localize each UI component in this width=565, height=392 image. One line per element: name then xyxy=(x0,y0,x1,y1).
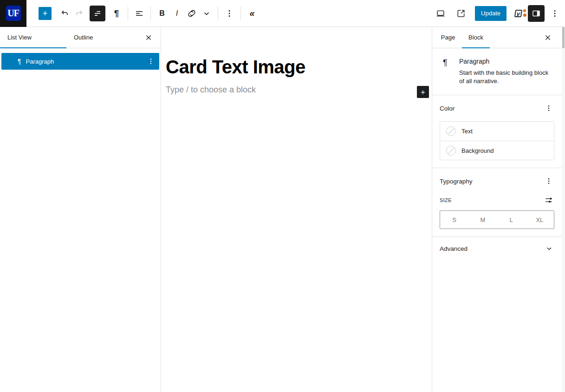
update-button[interactable]: Update xyxy=(475,6,507,21)
empty-block-placeholder[interactable]: Type / to choose a block xyxy=(166,85,432,95)
typography-panel-title: Typography xyxy=(440,178,473,185)
update-button-label: Update xyxy=(481,10,500,17)
link-icon xyxy=(186,8,197,19)
collapse-toolbar-button[interactable]: « xyxy=(245,6,260,21)
block-card-text: Paragraph Start with the basic building … xyxy=(459,58,554,85)
empty-color-swatch-icon xyxy=(446,126,456,136)
typography-panel-header: Typography xyxy=(440,176,554,187)
kebab-menu-icon xyxy=(224,8,235,19)
undo-icon xyxy=(59,8,70,19)
block-editor-app: UF + ¶ xyxy=(0,0,565,392)
text-align-button[interactable] xyxy=(132,6,147,21)
font-size-option-xl[interactable]: XL xyxy=(526,211,554,229)
close-icon xyxy=(543,33,553,43)
font-size-option-s[interactable]: S xyxy=(440,211,468,229)
kebab-menu-icon xyxy=(544,176,554,186)
list-view-icon xyxy=(92,8,103,19)
kebab-menu-icon xyxy=(549,8,560,19)
block-inserter-button[interactable]: + xyxy=(39,7,52,20)
advanced-panel-toggle[interactable]: Advanced xyxy=(432,237,562,260)
tab-block[interactable]: Block xyxy=(462,27,490,48)
block-card: ¶ Paragraph Start with the basic buildin… xyxy=(432,48,562,95)
tab-page[interactable]: Page xyxy=(434,27,462,48)
font-size-option-label: S xyxy=(452,216,456,223)
link-button[interactable] xyxy=(184,6,199,21)
more-formatting-button[interactable] xyxy=(199,6,214,21)
site-logo-block[interactable]: UF xyxy=(0,0,26,27)
scrollbar-thumb[interactable] xyxy=(562,27,565,48)
block-options-button[interactable] xyxy=(222,6,237,21)
font-size-option-l[interactable]: L xyxy=(497,211,526,229)
block-card-title: Paragraph xyxy=(459,58,554,65)
tab-outline[interactable]: Outline xyxy=(66,27,133,48)
yoast-dot-icon xyxy=(523,13,526,17)
double-chevron-left-icon: « xyxy=(249,8,254,19)
settings-panel-toggle-button[interactable] xyxy=(528,5,545,22)
bold-button[interactable]: B xyxy=(155,6,169,21)
external-link-icon xyxy=(455,8,467,19)
color-options-button[interactable] xyxy=(543,103,554,114)
yoast-icon: y xyxy=(514,10,522,17)
toolbar-separator xyxy=(218,7,218,20)
toolbar-separator xyxy=(128,7,128,20)
background-color-row[interactable]: Background xyxy=(440,141,554,160)
editor-options-button[interactable] xyxy=(547,6,562,21)
toolbar-separator xyxy=(240,7,241,20)
text-color-row[interactable]: Text xyxy=(440,122,554,141)
font-size-label: SIZE xyxy=(440,197,452,203)
close-settings-button[interactable] xyxy=(540,30,555,45)
color-panel-title: Color xyxy=(440,105,455,112)
chevron-down-icon xyxy=(544,243,554,254)
yoast-seo-button[interactable]: y xyxy=(513,6,528,21)
tab-block-label: Block xyxy=(468,34,483,41)
paragraph-block-button[interactable]: ¶ xyxy=(109,6,124,21)
document-overview-button[interactable] xyxy=(90,6,105,21)
pilcrow-icon: ¶ xyxy=(18,58,21,65)
advanced-panel-title: Advanced xyxy=(440,245,468,252)
text-color-label: Text xyxy=(461,128,473,135)
color-panel-header: Color xyxy=(440,103,554,114)
sidebar-toggle-icon xyxy=(531,8,542,19)
redo-button[interactable] xyxy=(72,6,87,21)
font-size-custom-button[interactable] xyxy=(543,195,554,206)
bold-icon: B xyxy=(159,9,165,18)
preview-button[interactable] xyxy=(433,6,448,21)
pilcrow-icon: ¶ xyxy=(440,58,459,85)
list-view-row-label: Paragraph xyxy=(26,58,54,65)
tab-page-label: Page xyxy=(441,34,455,41)
close-list-view-button[interactable] xyxy=(141,30,156,45)
tab-list-view[interactable]: List View xyxy=(0,27,66,48)
tab-list-view-label: List View xyxy=(7,34,32,41)
kebab-menu-icon xyxy=(146,56,156,66)
empty-color-swatch-icon xyxy=(446,146,456,156)
settings-sidebar: Page Block ¶ Paragraph Start with the ba… xyxy=(432,27,562,392)
settings-tab-bar: Page Block xyxy=(432,27,562,48)
list-view-panel: List View Outline ¶ Paragraph xyxy=(0,27,161,392)
editor-top-bar: UF + ¶ xyxy=(0,0,565,27)
toolbar-separator xyxy=(150,7,151,20)
undo-button[interactable] xyxy=(57,6,72,21)
font-size-row: SIZE xyxy=(440,195,554,206)
font-size-option-m[interactable]: M xyxy=(468,211,497,229)
close-icon xyxy=(143,33,154,43)
editor-body: List View Outline ¶ Paragraph xyxy=(0,27,565,392)
laptop-icon xyxy=(435,8,446,19)
font-size-option-label: L xyxy=(510,216,513,223)
kebab-menu-icon xyxy=(544,103,554,113)
font-size-segmented-control: S M L XL xyxy=(440,210,554,229)
post-title[interactable]: Card Text Image xyxy=(166,57,432,77)
yoast-dot-icon xyxy=(523,9,526,12)
redo-icon xyxy=(74,8,85,19)
italic-button[interactable]: I xyxy=(169,6,184,21)
plus-icon: + xyxy=(42,9,47,18)
view-page-button[interactable] xyxy=(454,6,468,21)
scrollbar-track[interactable] xyxy=(562,27,565,392)
align-text-icon xyxy=(134,8,145,19)
typography-options-button[interactable] xyxy=(543,176,554,187)
typography-panel: Typography SIZE xyxy=(432,168,562,237)
editor-canvas[interactable]: Card Text Image Type / to choose a block… xyxy=(161,27,432,392)
list-view-row-options-button[interactable] xyxy=(144,55,157,68)
inline-block-inserter-button[interactable]: + xyxy=(417,86,429,98)
list-view-row-paragraph[interactable]: ¶ Paragraph xyxy=(1,53,159,70)
chevron-down-icon xyxy=(201,8,212,19)
